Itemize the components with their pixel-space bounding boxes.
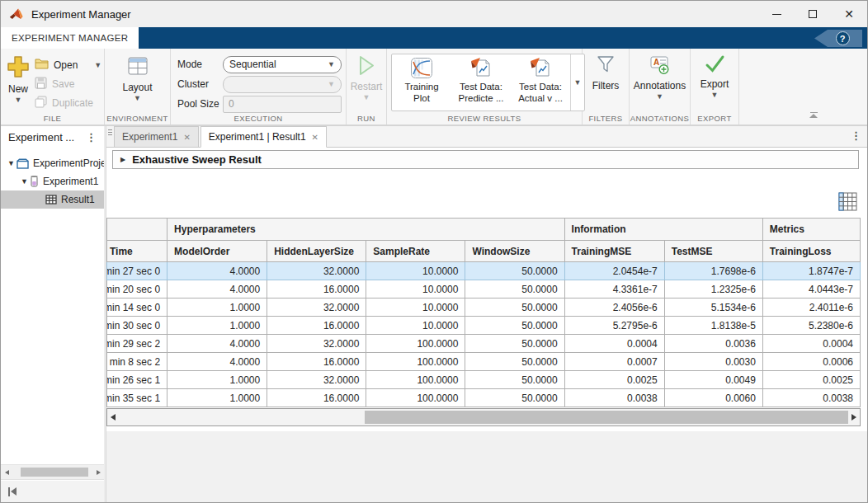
table-cell[interactable]: 0 min 20 sec bbox=[107, 280, 167, 299]
table-cell[interactable]: 1.0000 bbox=[167, 299, 267, 317]
table-cell[interactable]: 2.0454e-7 bbox=[564, 262, 664, 280]
table-cell[interactable]: 4.0000 bbox=[167, 262, 267, 280]
table-cell[interactable]: 50.0000 bbox=[465, 335, 564, 353]
table-cell[interactable]: 50.0000 bbox=[465, 353, 564, 371]
table-cell[interactable]: 0.0004 bbox=[762, 335, 860, 353]
table-cell[interactable]: 4.0000 bbox=[167, 353, 267, 371]
new-button[interactable]: New ▼ bbox=[6, 53, 31, 112]
exhaustive-sweep-result-header[interactable]: ▶ Exhaustive Sweep Result bbox=[112, 150, 859, 169]
table-cell[interactable]: 1.7698e-6 bbox=[664, 262, 762, 280]
table-cell[interactable]: 0.0038 bbox=[762, 389, 860, 407]
maximize-button[interactable] bbox=[795, 1, 831, 27]
table-cell[interactable]: 100.0000 bbox=[366, 371, 465, 389]
browser-menu-button[interactable]: ⋮ bbox=[83, 131, 99, 143]
table-cell[interactable]: 0.0036 bbox=[664, 335, 762, 353]
collapse-panel-button[interactable] bbox=[8, 487, 17, 496]
scroll-left-button[interactable] bbox=[1, 465, 12, 479]
table-cell[interactable]: 2.4011e-6 bbox=[762, 299, 860, 317]
table-cell[interactable]: 1 min 26 sec bbox=[107, 371, 167, 389]
duplicate-button[interactable]: Duplicate bbox=[32, 93, 104, 112]
column-header-trainingmse[interactable]: TrainingMSE bbox=[564, 241, 664, 262]
table-cell[interactable]: 0.0038 bbox=[564, 389, 664, 407]
table-cell[interactable]: 1.8747e-7 bbox=[762, 262, 860, 280]
save-button[interactable]: Save bbox=[32, 74, 104, 93]
column-header-testmse[interactable]: TestMSE bbox=[664, 241, 762, 262]
column-header-hiddenlayersize[interactable]: HiddenLayerSize bbox=[267, 241, 366, 262]
scroll-right-button[interactable] bbox=[848, 409, 860, 425]
table-cell[interactable]: 16.0000 bbox=[267, 317, 366, 335]
table-cell[interactable]: 4.0000 bbox=[167, 280, 267, 299]
tab-experiment1[interactable]: Experiment1 ✕ bbox=[114, 126, 199, 147]
filters-button[interactable]: Filters bbox=[583, 53, 629, 92]
table-row[interactable]: 2 min 8 sec4.000016.0000100.000050.00000… bbox=[107, 353, 861, 371]
cluster-dropdown[interactable]: ▼ bbox=[223, 76, 342, 93]
table-cell[interactable]: 2 min 29 sec bbox=[107, 335, 167, 353]
tab-overflow-menu-button[interactable]: ⋮ bbox=[848, 129, 864, 142]
help-button[interactable]: ? bbox=[814, 30, 862, 47]
open-button[interactable]: Open ▼ bbox=[32, 55, 104, 74]
close-button[interactable]: ✕ bbox=[831, 1, 867, 27]
table-cell[interactable]: 1.8138e-5 bbox=[664, 317, 762, 335]
table-cell[interactable]: 0.0049 bbox=[664, 371, 762, 389]
horizontal-scrollbar-thumb[interactable] bbox=[365, 411, 848, 424]
table-cell[interactable]: 2 min 8 sec bbox=[107, 353, 167, 371]
table-cell[interactable]: 1 min 35 sec bbox=[107, 389, 167, 407]
collapse-ribbon-button[interactable] bbox=[808, 112, 819, 120]
table-row[interactable]: 1 min 35 sec1.000016.0000100.000050.0000… bbox=[107, 389, 861, 407]
table-cell[interactable]: 32.0000 bbox=[267, 299, 366, 317]
test-data-predicted-button[interactable]: Test Data: Predicte ... bbox=[451, 54, 511, 110]
table-cell[interactable]: 50.0000 bbox=[465, 317, 564, 335]
table-cell[interactable]: 50.0000 bbox=[465, 371, 564, 389]
expand-caret-icon[interactable]: ▼ bbox=[19, 177, 30, 186]
test-data-actual-button[interactable]: Test Data: Actual v ... bbox=[511, 54, 570, 110]
expand-caret-icon[interactable]: ▼ bbox=[6, 159, 17, 167]
table-cell[interactable]: 32.0000 bbox=[267, 371, 366, 389]
export-button[interactable]: Export ▼ bbox=[691, 53, 738, 98]
table-cell[interactable]: 16.0000 bbox=[267, 389, 366, 407]
table-cell[interactable]: 1.0000 bbox=[167, 389, 267, 407]
table-cell[interactable]: 0.0007 bbox=[564, 353, 664, 371]
table-row[interactable]: 0 min 14 sec1.000032.000010.000050.00002… bbox=[107, 299, 861, 317]
table-cell[interactable]: 0.0006 bbox=[762, 353, 860, 371]
column-header-trainingloss[interactable]: TrainingLoss bbox=[762, 241, 860, 262]
column-selection-button[interactable] bbox=[837, 190, 858, 212]
table-cell[interactable]: 0.0004 bbox=[564, 335, 664, 353]
table-row[interactable]: 0 min 20 sec4.000016.000010.000050.00004… bbox=[107, 280, 861, 299]
table-cell[interactable]: 0 min 14 sec bbox=[107, 299, 167, 317]
table-cell[interactable]: 0.0030 bbox=[664, 353, 762, 371]
table-row[interactable]: 1 min 26 sec1.000032.0000100.000050.0000… bbox=[107, 371, 861, 389]
column-header-time[interactable]: Time bbox=[107, 241, 167, 262]
table-cell[interactable]: 50.0000 bbox=[465, 389, 564, 407]
table-cell[interactable]: 4.0443e-7 bbox=[762, 280, 860, 299]
minimize-button[interactable] bbox=[758, 1, 795, 27]
tree-item-experiment1[interactable]: ▼ Experiment1 bbox=[1, 172, 104, 190]
sidebar-horizontal-scrollbar[interactable] bbox=[1, 464, 104, 480]
tab-grip-handle[interactable] bbox=[106, 126, 114, 147]
table-cell[interactable]: 50.0000 bbox=[465, 280, 564, 299]
close-tab-icon[interactable]: ✕ bbox=[183, 133, 190, 142]
tree-item-result1[interactable]: Result1 bbox=[1, 190, 104, 209]
table-row[interactable]: 0 min 27 sec4.000032.000010.000050.00002… bbox=[107, 262, 861, 280]
tab-experiment1-result1[interactable]: Experiment1 | Result1 ✕ bbox=[200, 126, 327, 148]
table-cell[interactable]: 0 min 27 sec bbox=[107, 262, 167, 280]
column-header-windowsize[interactable]: WindowSize bbox=[465, 241, 564, 262]
table-cell[interactable]: 100.0000 bbox=[366, 353, 465, 371]
table-cell[interactable]: 2.4056e-6 bbox=[564, 299, 664, 317]
table-cell[interactable]: 1.0000 bbox=[167, 371, 267, 389]
table-cell[interactable]: 10.0000 bbox=[366, 317, 465, 335]
scroll-left-button[interactable] bbox=[107, 409, 119, 425]
table-cell[interactable]: 32.0000 bbox=[267, 335, 366, 353]
table-cell[interactable]: 10.0000 bbox=[366, 262, 465, 280]
table-cell[interactable]: 1.2325e-6 bbox=[664, 280, 762, 299]
restart-button[interactable]: Restart ▼ bbox=[347, 53, 386, 101]
table-row[interactable]: 2 min 29 sec4.000032.0000100.000050.0000… bbox=[107, 335, 861, 353]
training-plot-button[interactable]: Training Plot bbox=[392, 54, 451, 110]
table-cell[interactable]: 50.0000 bbox=[465, 299, 564, 317]
table-cell[interactable]: 5.2380e-6 bbox=[762, 317, 860, 335]
scroll-right-button[interactable] bbox=[92, 465, 104, 479]
table-cell[interactable]: 10.0000 bbox=[366, 280, 465, 299]
table-cell[interactable]: 0 min 30 sec bbox=[107, 317, 167, 335]
table-cell[interactable]: 4.3361e-7 bbox=[564, 280, 664, 299]
table-cell[interactable]: 16.0000 bbox=[267, 353, 366, 371]
mode-dropdown[interactable]: Sequential ▼ bbox=[223, 56, 342, 73]
